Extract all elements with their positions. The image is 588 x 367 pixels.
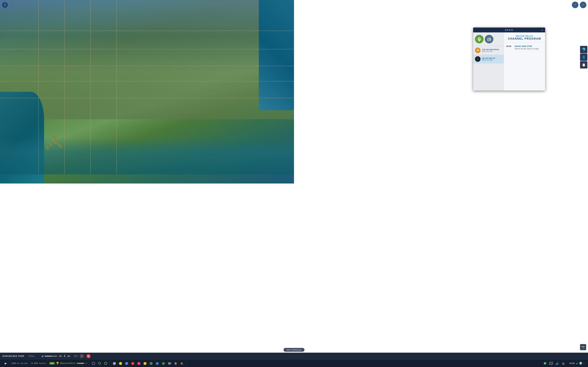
palm-tree-5: 🌴	[58, 144, 63, 148]
palm-tree-3: 🌴	[45, 146, 50, 150]
info-icon: ℹ	[4, 3, 6, 7]
info-button[interactable]: ℹ	[1, 1, 8, 8]
game-viewport: 🌴 🌴 🌴 🌴 🌴 🌴	[0, 0, 294, 184]
cursor-tree: 🌴	[51, 136, 56, 141]
